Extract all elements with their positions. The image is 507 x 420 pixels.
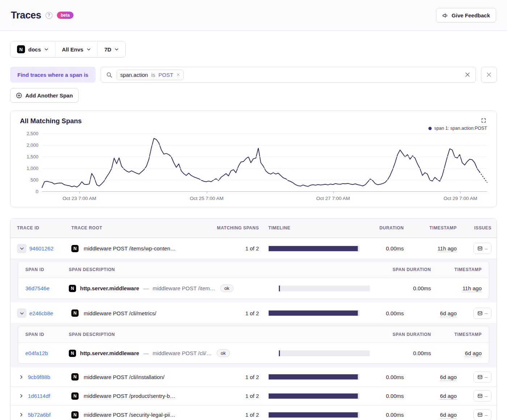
span-subtable: SPAN ID SPAN DESCRIPTION SPAN DURATION T… [18, 261, 489, 299]
expand-trace-button[interactable] [17, 372, 25, 382]
nextjs-logo-icon: N [69, 350, 76, 357]
col-span-description: SPAN DESCRIPTION [69, 332, 279, 337]
trace-root: middleware POST /items/wp-conten… [84, 245, 176, 251]
col-span-timestamp: TIMESTAMP [431, 332, 482, 337]
chevron-down-icon [114, 47, 119, 51]
page-filter-bar: N docs All Envs 7D [10, 41, 126, 58]
trace-row: 9cb9f88b Nmiddleware POST /cli/installat… [11, 367, 496, 386]
trace-id-link[interactable]: 5b72a6bf [28, 412, 51, 418]
find-traces-label: Find traces where a span is [10, 67, 96, 83]
span-operation: http.server.middleware [80, 285, 139, 291]
span-timestamp[interactable]: 11h ago [462, 285, 482, 292]
span-subtable: SPAN ID SPAN DESCRIPTION SPAN DURATION T… [18, 326, 489, 364]
filter-token[interactable]: span.action is POST [117, 70, 184, 80]
chevron-down-icon [87, 47, 91, 51]
page-header: Traces ? beta Give Feedback [0, 0, 507, 31]
nextjs-logo-icon: N [17, 45, 25, 53]
col-duration: DURATION [364, 225, 404, 230]
matching-spans-count: 1 of 2 [201, 245, 259, 251]
span-operation: http.server.middleware [80, 350, 139, 356]
trace-duration: 0.00ms [364, 310, 404, 316]
expand-trace-button[interactable] [17, 410, 25, 420]
nextjs-logo-icon: N [71, 392, 79, 400]
chart-x-axis: Oct 23 7:00 AMOct 25 7:00 AMOct 27 7:00 … [42, 192, 487, 203]
trace-timeline-bar [268, 246, 359, 251]
search-icon [106, 72, 112, 78]
trace-root: middleware POST /security-legal-pii… [84, 412, 175, 418]
chart-y-axis: 05001,0001,5002,0002,500 [18, 134, 42, 192]
matching-spans-count: 1 of 2 [201, 374, 259, 380]
issues-button[interactable]: – [473, 243, 491, 254]
add-another-span-button[interactable]: Add Another Span [10, 88, 79, 103]
remove-span-filter-button[interactable] [481, 67, 497, 83]
col-span-description: SPAN DESCRIPTION [69, 267, 279, 272]
span-id-link[interactable]: e04fa12b [25, 350, 69, 356]
clear-search-icon[interactable] [465, 72, 470, 78]
trace-timestamp[interactable]: 6d ago [440, 412, 457, 419]
traces-table: TRACE ID TRACE ROOT MATCHING SPANS TIMEL… [10, 218, 497, 420]
trace-timeline-bar [268, 393, 359, 399]
collapse-trace-button[interactable] [17, 308, 26, 318]
trace-timeline-bar [268, 374, 359, 380]
inbox-icon [477, 393, 483, 399]
span-row: 36d7546e N http.server.middleware — midd… [18, 278, 489, 299]
plus-circle-icon [16, 92, 22, 99]
span-description: middleware POST /cli/… [152, 350, 211, 356]
help-icon[interactable]: ? [46, 12, 53, 19]
col-issues: ISSUES [457, 225, 491, 230]
col-matching-spans: MATCHING SPANS [201, 225, 259, 230]
give-feedback-button[interactable]: Give Feedback [436, 8, 496, 22]
trace-row: 1d6114df Nmiddleware POST /product/sentr… [11, 386, 496, 405]
issues-button[interactable]: – [473, 409, 491, 420]
environment-filter[interactable]: All Envs [55, 41, 98, 57]
trace-root: middleware POST /cli/installation/ [84, 374, 164, 380]
issues-button[interactable]: – [473, 371, 491, 383]
trace-id-link[interactable]: 1d6114df [28, 393, 50, 399]
inbox-icon [477, 374, 483, 380]
inbox-icon [477, 311, 483, 316]
span-timestamp[interactable]: 6d ago [465, 350, 482, 357]
span-duration: 0.00ms [387, 285, 431, 291]
matching-spans-count: 1 of 2 [201, 393, 259, 399]
megaphone-icon [442, 12, 448, 18]
issues-button[interactable]: – [473, 308, 491, 319]
inbox-icon [477, 246, 483, 251]
trace-duration: 0.00ms [364, 245, 404, 251]
trace-duration: 0.00ms [364, 374, 404, 380]
project-filter[interactable]: N docs [11, 41, 55, 57]
token-value: POST [159, 72, 173, 78]
trace-timestamp[interactable]: 6d ago [440, 310, 457, 317]
expanded-span-section: SPAN ID SPAN DESCRIPTION SPAN DURATION T… [11, 324, 496, 367]
expand-trace-button[interactable] [17, 391, 25, 401]
col-span-duration: SPAN DURATION [387, 332, 431, 337]
nextjs-logo-icon: N [71, 309, 79, 317]
expanded-span-section: SPAN ID SPAN DESCRIPTION SPAN DURATION T… [11, 259, 496, 303]
col-span-duration: SPAN DURATION [387, 267, 431, 272]
nextjs-logo-icon: N [71, 245, 79, 252]
span-search-input[interactable]: span.action is POST [101, 67, 476, 83]
issues-button[interactable]: – [473, 390, 491, 402]
trace-id-link[interactable]: e246cb8e [29, 310, 53, 316]
chart-legend[interactable]: span 1: span.action:POST [18, 126, 487, 131]
span-header-row: SPAN ID SPAN DESCRIPTION SPAN DURATION T… [18, 261, 489, 278]
trace-id-link[interactable]: 94601262 [29, 245, 54, 251]
trace-timestamp[interactable]: 6d ago [440, 393, 457, 400]
date-range-filter[interactable]: 7D [98, 41, 125, 57]
fullscreen-icon[interactable] [480, 117, 487, 124]
trace-timestamp[interactable]: 11h ago [437, 245, 457, 252]
col-trace-id: TRACE ID [17, 225, 71, 230]
matching-spans-count: 1 of 2 [201, 310, 259, 316]
trace-duration: 0.00ms [364, 393, 404, 399]
close-icon [486, 72, 492, 78]
trace-timestamp[interactable]: 6d ago [440, 374, 457, 381]
span-row: e04fa12b N http.server.middleware — midd… [18, 343, 489, 363]
span-id-link[interactable]: 36d7546e [25, 285, 69, 291]
span-status-badge: ok [220, 284, 234, 292]
remove-token-icon[interactable] [176, 73, 180, 76]
trace-timeline-bar [268, 412, 359, 418]
trace-id-link[interactable]: 9cb9f88b [28, 374, 50, 380]
legend-label: span 1: span.action:POST [434, 126, 487, 131]
collapse-trace-button[interactable] [17, 244, 26, 253]
col-span-timestamp: TIMESTAMP [431, 267, 482, 272]
page-title: Traces [11, 10, 41, 21]
